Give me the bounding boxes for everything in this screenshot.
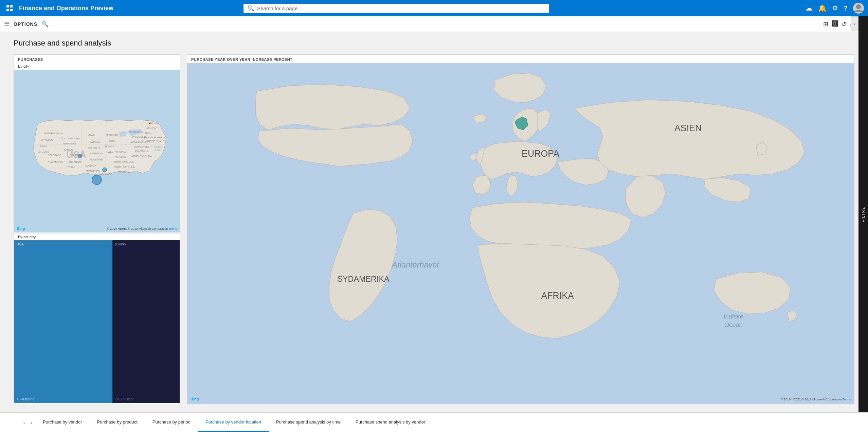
bing-logo: Bing	[17, 226, 25, 230]
svg-text:MICHIGAN: MICHIGAN	[106, 134, 118, 136]
svg-text:WEST VIRGINIA: WEST VIRGINIA	[108, 151, 126, 153]
treemap-usa[interactable]: USA 18,46tusind	[14, 240, 112, 403]
tab-purchase-by-period[interactable]: Purchase by period	[145, 413, 198, 432]
svg-text:MINNESOTA: MINNESOTA	[129, 131, 143, 133]
svg-text:TEXAS: TEXAS	[67, 166, 75, 168]
svg-point-55	[78, 154, 82, 158]
page-title: Purchase and spend analysis	[14, 39, 854, 48]
world-map-svg: EUROPA ASIEN Atlanterhavet AFRIKA SYDAME…	[187, 63, 854, 404]
world-terms-link[interactable]: Terms	[843, 398, 851, 401]
svg-text:EUROPA: EUROPA	[522, 149, 559, 159]
by-city-section: By city	[14, 63, 180, 234]
svg-text:VIRGINIA: VIRGINIA	[115, 156, 126, 158]
svg-text:ARIZONA: ARIZONA	[38, 151, 49, 153]
bell-icon[interactable]: 🔔	[818, 4, 827, 12]
purchases-panel: PURCHASES By city	[14, 54, 180, 404]
cloud-icon[interactable]: ☁	[805, 4, 813, 13]
usa-map-svg: IDAHO WYOMING UTAH ARIZONA MONTANA SOUTH…	[14, 70, 180, 232]
search-icon: 🔍	[248, 5, 254, 12]
svg-text:NEBRASKA: NEBRASKA	[63, 142, 76, 145]
office-icon[interactable]: 🅾	[832, 20, 838, 28]
dashboard-icon[interactable]: ⊞	[823, 20, 828, 28]
svg-rect-0	[6, 5, 9, 7]
svg-text:SOUTH DAKOTA: SOUTH DAKOTA	[61, 137, 80, 140]
year-over-year-panel: PURCHASE YEAR OVER YEAR INCREASE PERCENT	[187, 54, 854, 404]
avatar[interactable]	[853, 3, 864, 14]
svg-rect-2	[6, 9, 9, 11]
options-bar: ☰ OPTIONS 🔍 ⊞ 🅾 ↺ ⤢ ✕	[0, 16, 868, 32]
svg-text:Indiske: Indiske	[724, 313, 743, 320]
grid-icon[interactable]	[4, 5, 15, 12]
gear-icon[interactable]: ⚙	[832, 4, 838, 12]
usa-map-container[interactable]: IDAHO WYOMING UTAH ARIZONA MONTANA SOUTH…	[14, 70, 180, 232]
search-small-icon[interactable]: 🔍	[41, 21, 48, 27]
svg-point-51	[149, 123, 150, 124]
svg-text:NEW JERSEY: NEW JERSEY	[134, 146, 150, 148]
svg-text:DELAWARE: DELAWARE	[135, 150, 148, 152]
filter-sidebar[interactable]: FILTRE	[858, 16, 868, 412]
svg-text:OHIO: OHIO	[109, 140, 115, 142]
svg-text:MONTANA: MONTANA	[51, 132, 63, 135]
world-bing-terms: © 2019 HERE, © 2019 Microsoft Corporatio…	[781, 398, 851, 401]
svg-text:AFRIKA: AFRIKA	[541, 291, 574, 301]
svg-text:WYOMING: WYOMING	[41, 139, 53, 141]
app-title: Finance and Operations Preview	[19, 5, 113, 12]
top-navigation: Finance and Operations Preview 🔍 ☁ 🔔 ⚙ ?	[0, 0, 868, 16]
treemap-usa-label: USA	[17, 242, 24, 246]
svg-text:MISSOURI: MISSOURI	[88, 146, 100, 149]
world-bing-logo: Bing	[191, 397, 199, 401]
treemap-container[interactable]: USA 18,46tusind (Blank) 20,66tusind	[14, 240, 180, 403]
top-bar-right-actions: ☁ 🔔 ⚙ ?	[805, 3, 864, 14]
year-panel-header: PURCHASE YEAR OVER YEAR INCREASE PERCENT	[187, 55, 854, 63]
svg-text:INDIANA: INDIANA	[105, 145, 114, 148]
svg-rect-1	[10, 5, 13, 7]
treemap-blank[interactable]: (Blank) 20,66tusind	[112, 240, 180, 403]
filter-label: FILTRE	[862, 207, 865, 222]
search-input[interactable]	[257, 5, 545, 11]
svg-text:ILLINOIS: ILLINOIS	[90, 141, 100, 143]
svg-text:SOUTH CAROLINA: SOUTH CAROLINA	[114, 166, 135, 168]
treemap-usa-value: 18,46tusind	[17, 397, 110, 401]
refresh-icon[interactable]: ↺	[841, 20, 846, 28]
svg-text:KENTUCKY: KENTUCKY	[90, 152, 103, 155]
filter-expand-button[interactable]: ‹	[851, 16, 858, 31]
tab-purchase-by-product[interactable]: Purchase by product	[90, 413, 145, 432]
dashboard-grid: PURCHASES By city	[14, 54, 854, 404]
tab-purchase-spend-analysis-by-time[interactable]: Purchase spend analysis by time	[269, 413, 348, 432]
by-country-section: By country USA 18,46tusind (Blank) 20,66…	[14, 234, 180, 404]
svg-point-57	[92, 175, 102, 185]
svg-text:RHODE ISLAND: RHODE ISLAND	[146, 140, 164, 142]
hamburger-icon[interactable]: ☰	[4, 20, 10, 28]
svg-text:NEW MEXICO: NEW MEXICO	[48, 161, 64, 163]
svg-text:NORTH CAROLINA: NORTH CAROLINA	[113, 161, 134, 163]
tab-left-arrow[interactable]: ‹	[20, 413, 28, 432]
tab-right-arrow[interactable]: ›	[28, 413, 35, 432]
tab-purchase-by-vendor-location[interactable]: Purchase by vendor location	[198, 413, 269, 432]
main-content: Purchase and spend analysis PURCHASES By…	[0, 32, 868, 412]
svg-text:USA: USA	[66, 149, 86, 160]
by-country-label: By country	[14, 234, 180, 240]
bottom-tab-bar: ‹ › Purchase by vendor Purchase by produ…	[0, 412, 868, 432]
treemap-blank-label: (Blank)	[115, 242, 126, 246]
world-map[interactable]: EUROPA ASIEN Atlanterhavet AFRIKA SYDAME…	[187, 63, 854, 404]
svg-text:SYDAMERIKA: SYDAMERIKA	[337, 275, 390, 283]
svg-text:NORTH CAROLINA: NORTH CAROLINA	[131, 155, 152, 157]
by-city-label: By city	[14, 63, 180, 70]
search-bar[interactable]: 🔍	[243, 4, 549, 13]
chevron-left-icon: ‹	[854, 21, 856, 27]
svg-text:Atlanterhavet: Atlanterhavet	[392, 260, 439, 269]
svg-text:NOV...: NOV...	[145, 132, 152, 134]
svg-text:Ocean: Ocean	[724, 321, 743, 328]
options-label: OPTIONS	[14, 21, 37, 27]
terms-link[interactable]: Terms	[169, 227, 177, 230]
svg-text:IOWA: IOWA	[88, 134, 95, 136]
bing-terms-usa: © 2019 HERE, © 2019 Microsoft Corporatio…	[107, 227, 177, 230]
svg-point-4	[856, 4, 861, 9]
svg-text:MASSACHUSETTS: MASSACHUSETTS	[144, 136, 165, 139]
svg-text:ARKANSAS: ARKANSAS	[69, 161, 82, 163]
help-icon[interactable]: ?	[844, 4, 848, 12]
tab-purchase-spend-analysis-by-vendor[interactable]: Purchase spend analysis by vendor	[348, 413, 433, 432]
svg-point-56	[103, 168, 107, 172]
svg-rect-3	[10, 9, 13, 11]
tab-purchase-by-vendor[interactable]: Purchase by vendor	[35, 413, 90, 432]
